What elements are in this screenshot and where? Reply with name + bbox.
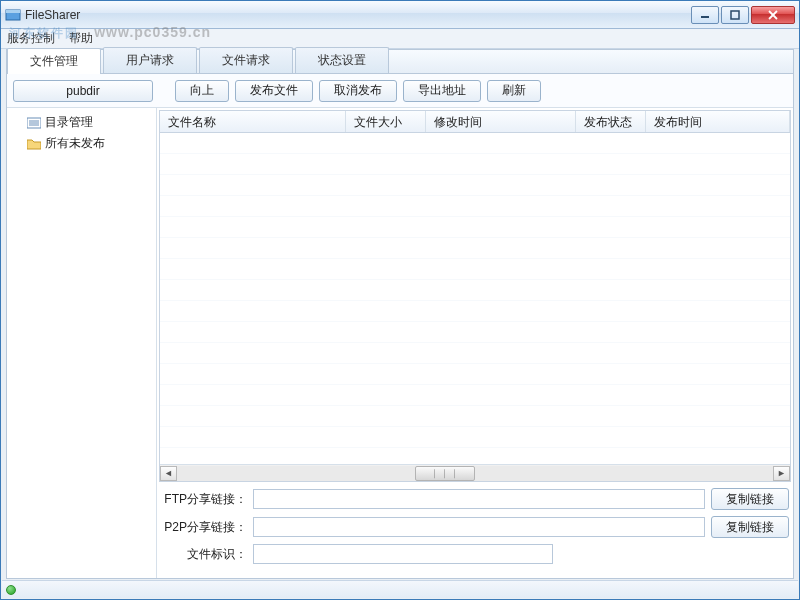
menu-service-control[interactable]: 服务控制 [7, 30, 55, 47]
col-publish-state[interactable]: 发布状态 [576, 111, 646, 132]
toolbar: pubdir 向上 发布文件 取消发布 导出地址 刷新 [7, 74, 793, 108]
scroll-track[interactable]: ｜｜｜ [177, 466, 773, 481]
ftp-link-input[interactable] [253, 489, 705, 509]
tab-file-request[interactable]: 文件请求 [199, 47, 293, 73]
file-id-label: 文件标识： [161, 546, 247, 563]
scroll-left-button[interactable]: ◄ [160, 466, 177, 481]
minimize-button[interactable] [691, 6, 719, 24]
export-address-button[interactable]: 导出地址 [403, 80, 481, 102]
col-file-size[interactable]: 文件大小 [346, 111, 426, 132]
folder-icon [27, 138, 41, 150]
app-window: 河东软件园 www.pc0359.cn FileSharer 服务控制 帮助 文… [0, 0, 800, 600]
file-grid: 文件名称 文件大小 修改时间 发布状态 发布时间 ◄ ｜｜｜ ► [159, 110, 791, 482]
tab-user-request[interactable]: 用户请求 [103, 47, 197, 73]
scroll-thumb[interactable]: ｜｜｜ [415, 466, 475, 481]
publish-button[interactable]: 发布文件 [235, 80, 313, 102]
p2p-link-input[interactable] [253, 517, 705, 537]
menu-help[interactable]: 帮助 [69, 30, 93, 47]
tree-item-all-unpublished[interactable]: 所有未发布 [9, 133, 154, 154]
window-title: FileSharer [25, 8, 80, 22]
statusbar [2, 580, 798, 598]
col-modify-time[interactable]: 修改时间 [426, 111, 576, 132]
svg-rect-3 [731, 11, 739, 19]
horizontal-scrollbar[interactable]: ◄ ｜｜｜ ► [160, 464, 790, 481]
pubdir-button[interactable]: pubdir [13, 80, 153, 102]
main-panel: 文件名称 文件大小 修改时间 发布状态 发布时间 ◄ ｜｜｜ ► [157, 108, 793, 578]
p2p-link-label: P2P分享链接： [161, 519, 247, 536]
app-icon [5, 7, 21, 23]
refresh-button[interactable]: 刷新 [487, 80, 541, 102]
tab-state-settings[interactable]: 状态设置 [295, 47, 389, 73]
grid-body[interactable] [160, 133, 790, 464]
status-indicator-icon [6, 585, 16, 595]
maximize-button[interactable] [721, 6, 749, 24]
folder-list-icon [27, 117, 41, 129]
tree-item-dir-manage[interactable]: 目录管理 [9, 112, 154, 133]
copy-ftp-link-button[interactable]: 复制链接 [711, 488, 789, 510]
tab-bar: 文件管理 用户请求 文件请求 状态设置 [7, 50, 793, 74]
tree-label: 所有未发布 [45, 135, 105, 152]
sidebar: 目录管理 所有未发布 [7, 108, 157, 578]
ftp-link-label: FTP分享链接： [161, 491, 247, 508]
col-publish-time[interactable]: 发布时间 [646, 111, 790, 132]
scroll-right-button[interactable]: ► [773, 466, 790, 481]
share-link-panel: FTP分享链接： 复制链接 P2P分享链接： 复制链接 文件标识： [157, 482, 793, 578]
copy-p2p-link-button[interactable]: 复制链接 [711, 516, 789, 538]
file-id-input[interactable] [253, 544, 553, 564]
close-button[interactable] [751, 6, 795, 24]
tab-file-manage[interactable]: 文件管理 [7, 48, 101, 74]
up-button[interactable]: 向上 [175, 80, 229, 102]
tree-label: 目录管理 [45, 114, 93, 131]
unpublish-button[interactable]: 取消发布 [319, 80, 397, 102]
col-file-name[interactable]: 文件名称 [160, 111, 346, 132]
titlebar[interactable]: FileSharer [1, 1, 799, 29]
menubar: 服务控制 帮助 [1, 29, 799, 49]
grid-header: 文件名称 文件大小 修改时间 发布状态 发布时间 [160, 111, 790, 133]
client-area: 文件管理 用户请求 文件请求 状态设置 pubdir 向上 发布文件 取消发布 … [6, 49, 794, 579]
svg-rect-1 [6, 10, 20, 13]
